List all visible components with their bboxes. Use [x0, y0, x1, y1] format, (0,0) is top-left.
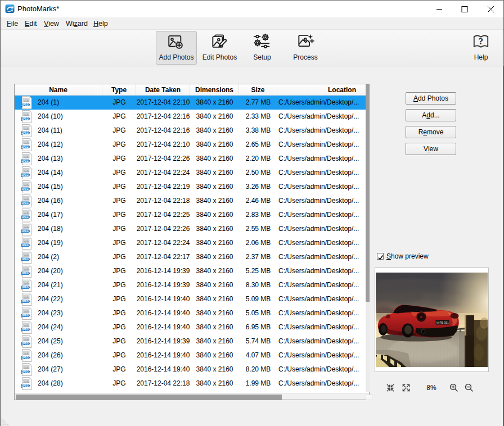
svg-text:VI-RB 951: VI-RB 951	[436, 321, 448, 324]
svg-text:?: ?	[479, 36, 483, 47]
